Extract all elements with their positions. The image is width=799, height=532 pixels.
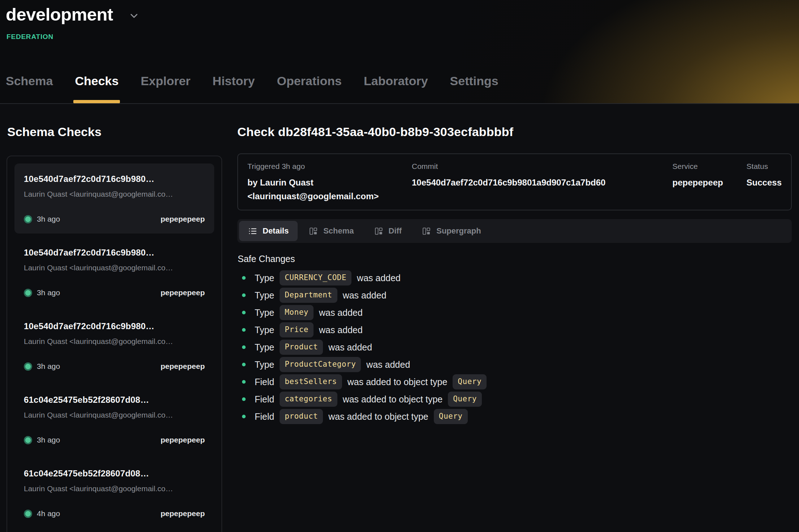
- meta-status-label: Status: [747, 162, 782, 171]
- check-author: Laurin Quast <laurinquast@googlemail.co…: [24, 337, 205, 346]
- nav-tab-label: Checks: [75, 74, 118, 88]
- bullet-icon: [242, 276, 246, 280]
- change-kind: Field: [255, 377, 274, 387]
- change-kind: Type: [255, 273, 274, 283]
- active-tab-underline: [73, 100, 120, 103]
- change-row: TypeDepartmentwas added: [237, 287, 792, 304]
- check-footer: 3h agopepepepeep: [24, 215, 205, 223]
- change-kind: Type: [255, 290, 274, 301]
- detail-tab-label: Schema: [323, 226, 354, 236]
- nav-tab-operations[interactable]: Operations: [276, 74, 342, 103]
- change-suffix-code: Query: [453, 374, 487, 389]
- change-code: ProductCategory: [280, 357, 361, 372]
- detail-tab-supergraph[interactable]: Supergraph: [413, 221, 490, 241]
- nav-tab-label: Operations: [277, 74, 341, 88]
- change-code: Money: [280, 305, 314, 320]
- check-author: Laurin Quast <laurinquast@googlemail.co…: [24, 189, 205, 199]
- check-service-name: pepepepeep: [160, 362, 205, 371]
- change-row: Fieldproductwas added to object typeQuer…: [237, 408, 792, 425]
- safe-changes-list: TypeCURRENCY_CODEwas addedTypeDepartment…: [237, 269, 792, 425]
- nav-tab-checks[interactable]: Checks: [74, 74, 119, 103]
- nav-tab-history[interactable]: History: [212, 74, 255, 103]
- meta-triggered-author-line1: by Laurin Quast: [247, 176, 412, 189]
- check-commit-hash: 10e540d7aef72c0d716c9b980…: [24, 174, 205, 184]
- change-code: Price: [280, 322, 314, 337]
- check-service-name: pepepepeep: [160, 509, 205, 518]
- check-list-item[interactable]: 61c04e25475eb52f28607d08…Laurin Quast <l…: [14, 458, 214, 528]
- change-text: was added to object type: [343, 394, 443, 405]
- check-footer: 4h agopepepepeep: [24, 509, 205, 518]
- bullet-icon: [242, 397, 246, 401]
- change-text: was added: [328, 342, 372, 353]
- change-kind: Type: [255, 308, 274, 318]
- detail-tab-details[interactable]: Details: [239, 221, 298, 241]
- nav-tab-settings[interactable]: Settings: [449, 74, 499, 103]
- check-commit-hash: 61c04e25475eb52f28607d08…: [24, 468, 205, 479]
- check-footer: 3h agopepepepeep: [24, 362, 205, 371]
- bullet-icon: [242, 345, 246, 349]
- meta-triggered-label: Triggered 3h ago: [247, 162, 412, 171]
- check-footer: 3h agopepepepeep: [24, 436, 205, 444]
- detail-tabs: DetailsSchemaDiffSupergraph: [237, 219, 792, 243]
- meta-service-label: Service: [673, 162, 747, 171]
- meta-triggered: Triggered 3h ago by Laurin Quast <laurin…: [247, 162, 412, 203]
- change-row: Fieldcategorieswas added to object typeQ…: [237, 391, 792, 408]
- check-commit-hash: 10e540d7aef72c0d716c9b980…: [24, 321, 205, 332]
- status-dot-icon: [24, 215, 32, 223]
- change-kind: Field: [255, 394, 274, 405]
- nav-tab-explorer[interactable]: Explorer: [140, 74, 191, 103]
- change-text: was added: [319, 325, 363, 335]
- detail-tab-label: Diff: [389, 226, 402, 236]
- change-code: bestSellers: [280, 374, 342, 389]
- status-dot-icon: [24, 436, 32, 444]
- project-title[interactable]: development: [6, 4, 113, 25]
- bullet-icon: [242, 380, 246, 384]
- chevron-down-icon[interactable]: [128, 10, 140, 23]
- sidebar-title: Schema Checks: [7, 125, 222, 139]
- change-row: TypePricewas added: [237, 321, 792, 339]
- meta-commit: Commit 10e540d7aef72c0d716c9b9801a9d907c…: [412, 162, 673, 203]
- check-list-item[interactable]: 10e540d7aef72c0d716c9b980…Laurin Quast <…: [14, 163, 214, 234]
- change-row: TypeProductwas added: [237, 339, 792, 356]
- nav-tab-schema[interactable]: Schema: [5, 74, 53, 103]
- check-author: Laurin Quast <laurinquast@googlemail.co…: [24, 263, 205, 272]
- columns-icon: [309, 227, 318, 236]
- check-list-item[interactable]: 10e540d7aef72c0d716c9b980…Laurin Quast <…: [14, 237, 214, 307]
- change-text: was added: [357, 273, 401, 283]
- content-area: Schema Checks 10e540d7aef72c0d716c9b980……: [0, 104, 799, 531]
- nav-tab-laboratory[interactable]: Laboratory: [363, 74, 429, 103]
- change-text: was added: [343, 290, 386, 301]
- check-service-name: pepepepeep: [160, 215, 205, 223]
- check-list-item[interactable]: 61c04e25475eb52f28607d08…Laurin Quast <l…: [14, 384, 214, 454]
- sidebar: Schema Checks 10e540d7aef72c0d716c9b980……: [7, 125, 222, 531]
- change-code: Product: [280, 340, 323, 355]
- change-code: categories: [280, 392, 337, 407]
- detail-tab-diff[interactable]: Diff: [365, 221, 411, 241]
- change-text: was added to object type: [328, 411, 428, 422]
- project-header: development FEDERATION SchemaChecksExplo…: [0, 0, 799, 104]
- nav-tab-label: Explorer: [141, 74, 190, 88]
- meta-status: Status Success: [747, 162, 782, 203]
- change-row: TypeMoneywas added: [237, 304, 792, 321]
- status-dot-icon: [24, 510, 32, 518]
- check-time: 3h ago: [37, 288, 60, 297]
- check-list-item[interactable]: 10e540d7aef72c0d716c9b980…Laurin Quast <…: [14, 311, 214, 381]
- nav-tab-label: History: [212, 74, 255, 88]
- check-time: 3h ago: [37, 362, 60, 371]
- detail-tab-schema[interactable]: Schema: [300, 221, 363, 241]
- change-kind: Type: [255, 342, 274, 353]
- nav-tab-label: Laboratory: [364, 74, 428, 88]
- change-kind: Type: [255, 325, 274, 335]
- change-code: Department: [280, 288, 337, 303]
- check-time: 3h ago: [37, 436, 60, 444]
- list-icon: [248, 227, 257, 236]
- check-time: 4h ago: [37, 509, 60, 518]
- change-text: was added: [319, 308, 363, 318]
- change-text: was added: [366, 359, 410, 370]
- check-time: 3h ago: [37, 215, 60, 223]
- meta-service-value: pepepepeep: [673, 176, 747, 189]
- check-author: Laurin Quast <laurinquast@googlemail.co…: [24, 410, 205, 420]
- detail-tab-label: Details: [263, 226, 289, 236]
- columns-icon: [374, 227, 383, 236]
- change-suffix-code: Query: [434, 409, 468, 424]
